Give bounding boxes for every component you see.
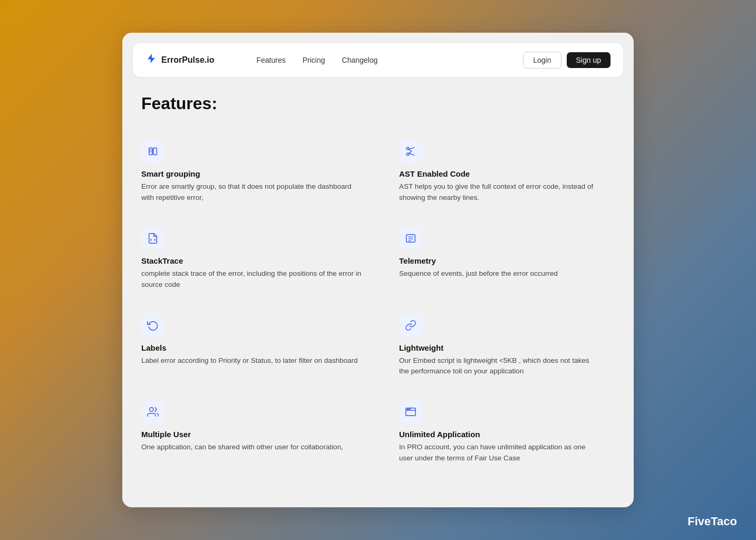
svg-point-4 bbox=[406, 147, 409, 150]
svg-line-10 bbox=[150, 239, 151, 240]
telemetry-icon bbox=[399, 227, 422, 250]
labels-desc: Label error according to Priority or Sta… bbox=[141, 355, 363, 367]
logo-icon bbox=[146, 53, 157, 68]
multiple-user-icon bbox=[141, 400, 164, 423]
navbar: ErrorPulse.io Features Pricing Changelog… bbox=[133, 43, 623, 77]
svg-point-5 bbox=[406, 153, 409, 156]
signup-button[interactable]: Sign up bbox=[567, 52, 610, 68]
feature-item-smart-grouping: Smart grouping Error are smartly group, … bbox=[141, 128, 378, 215]
stacktrace-name: StackTrace bbox=[141, 256, 363, 265]
smart-grouping-name: Smart grouping bbox=[141, 169, 363, 178]
features-link[interactable]: Features bbox=[256, 56, 285, 64]
stacktrace-icon bbox=[141, 227, 164, 250]
feature-item-labels: Labels Label error according to Priority… bbox=[141, 302, 378, 389]
nav-links: Features Pricing Changelog bbox=[256, 56, 523, 64]
svg-line-12 bbox=[154, 239, 156, 240]
ast-enabled-code-desc: AST helps you to give the full context o… bbox=[399, 181, 600, 204]
lightweight-icon bbox=[399, 314, 422, 337]
telemetry-name: Telemetry bbox=[399, 256, 600, 265]
svg-point-18 bbox=[150, 408, 153, 411]
footer-brand: FiveTaco bbox=[687, 515, 737, 528]
lightweight-name: Lightweight bbox=[399, 343, 600, 352]
multiple-user-name: Multiple User bbox=[141, 430, 363, 439]
feature-item-stacktrace: StackTrace complete stack trace of the e… bbox=[141, 215, 378, 302]
features-section: Features: Smart grouping Error are smart… bbox=[122, 77, 634, 486]
lightweight-desc: Our Embed script is lightweight <5KB , w… bbox=[399, 355, 600, 378]
smart-grouping-desc: Error are smartly group, so that it does… bbox=[141, 181, 363, 204]
smart-grouping-icon bbox=[141, 140, 164, 163]
changelog-link[interactable]: Changelog bbox=[342, 56, 378, 64]
page-title: Features: bbox=[141, 94, 615, 113]
logo-text: ErrorPulse.io bbox=[161, 55, 214, 65]
feature-item-telemetry: Telemetry Sequence of events, just befor… bbox=[378, 215, 615, 302]
features-grid: Smart grouping Error are smartly group, … bbox=[141, 128, 615, 476]
svg-rect-0 bbox=[149, 148, 152, 155]
svg-line-8 bbox=[409, 149, 412, 151]
feature-item-lightweight: Lightweight Our Embed script is lightwei… bbox=[378, 302, 615, 389]
unlimited-application-desc: In PRO account, you can have unlimited a… bbox=[399, 442, 600, 464]
feature-item-unlimited-application: Unlimited Application In PRO account, yo… bbox=[378, 389, 615, 476]
svg-point-22 bbox=[409, 409, 410, 410]
svg-rect-1 bbox=[153, 148, 157, 155]
logo-area: ErrorPulse.io bbox=[146, 53, 214, 68]
main-card: ErrorPulse.io Features Pricing Changelog… bbox=[122, 33, 634, 507]
unlimited-application-icon bbox=[399, 400, 422, 423]
feature-item-ast-enabled-code: AST Enabled Code AST helps you to give t… bbox=[378, 128, 615, 215]
telemetry-desc: Sequence of events, just before the erro… bbox=[399, 268, 600, 279]
labels-icon bbox=[141, 314, 164, 337]
svg-line-6 bbox=[409, 147, 415, 149]
feature-item-multiple-user: Multiple User One application, can be sh… bbox=[141, 389, 378, 476]
ast-enabled-code-icon bbox=[399, 140, 422, 163]
unlimited-application-name: Unlimited Application bbox=[399, 430, 600, 439]
svg-line-13 bbox=[154, 239, 156, 240]
ast-enabled-code-name: AST Enabled Code bbox=[399, 169, 600, 178]
svg-line-9 bbox=[409, 151, 412, 153]
svg-line-11 bbox=[150, 239, 151, 240]
labels-name: Labels bbox=[141, 343, 363, 352]
nav-actions: Login Sign up bbox=[523, 52, 610, 69]
multiple-user-desc: One application, can be shared with othe… bbox=[141, 442, 363, 453]
stacktrace-desc: complete stack trace of the error, inclu… bbox=[141, 268, 363, 291]
svg-line-7 bbox=[409, 153, 415, 155]
pricing-link[interactable]: Pricing bbox=[303, 56, 325, 64]
svg-point-21 bbox=[408, 409, 409, 410]
login-button[interactable]: Login bbox=[523, 52, 561, 69]
